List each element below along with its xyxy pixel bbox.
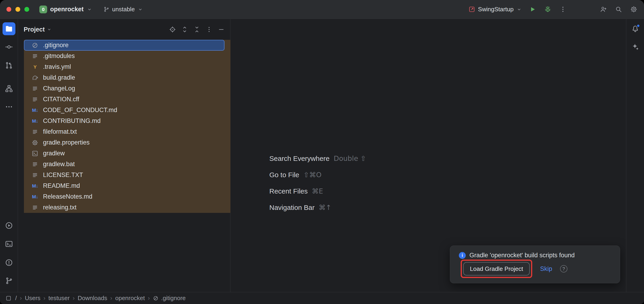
skip-link[interactable]: Skip [540,265,552,272]
file-tree-item[interactable]: M↓ ReleaseNotes.md [24,191,230,202]
file-tree-item[interactable]: M↓ CODE_OF_CONDUCT.md [24,105,230,116]
debug-button[interactable] [543,5,552,14]
notification-header: i Gradle 'openrocket' build scripts foun… [459,252,614,259]
run-circle-icon [5,221,13,230]
breadcrumb-label: / [15,294,17,302]
expand-all-button[interactable] [181,26,188,33]
file-tree-item[interactable]: M↓ CONTRIBUTING.md [24,116,230,126]
git-branch-icon [5,277,13,285]
hide-panel-button[interactable] [218,26,225,33]
shortcut-action-label: Recent Files [269,187,308,195]
code-with-me-button[interactable] [599,5,608,14]
breadcrumb-item[interactable]: Users [25,294,40,302]
run-configuration-selector[interactable]: SwingStartup [468,6,522,13]
file-tree-item[interactable]: gradle.properties [24,137,230,148]
markdown-file-icon: M↓ [32,118,38,125]
file-name: gradle.properties [43,139,90,146]
file-tree-item[interactable]: gradlew.bat [24,159,230,170]
project-window-icon [6,295,12,301]
commit-icon [5,43,13,51]
settings-button[interactable] [629,5,638,14]
markdown-file-icon: M↓ [32,193,38,200]
chevron-down-icon [516,7,522,12]
help-icon[interactable]: ? [560,265,568,272]
chevron-down-icon [87,7,92,12]
breadcrumb-label: testuser [48,294,70,302]
markdown-file-icon: M↓ [32,107,38,114]
gradle-file-icon [32,74,38,81]
tool-window-button-problems[interactable] [2,256,16,269]
tool-window-button-structure[interactable] [2,82,16,95]
more-actions-button[interactable] [558,5,568,14]
tool-window-button-commit[interactable] [2,41,16,53]
file-tree-item[interactable]: M↓ README.md [24,180,230,191]
project-tool-window: Project .gitignore .gitmodules Y .travis… [18,19,230,292]
text-file-icon [32,53,38,60]
titlebar-right-actions: SwingStartup [468,5,644,14]
file-tree-item[interactable]: LICENSE.TXT [24,170,230,180]
file-name: releasing.txt [43,204,76,211]
folder-icon [5,25,13,33]
branch-selector[interactable]: unstable [103,6,143,13]
left-tool-strip [0,19,18,292]
file-tree-item[interactable]: gradlew [24,148,230,159]
breadcrumb-item[interactable]: Downloads [78,294,108,302]
collapse-all-button[interactable] [194,26,200,33]
file-name: .gitmodules [43,53,75,60]
file-tree-item[interactable]: Y .travis.yml [24,62,230,72]
breadcrumb: /›Users›testuser›Downloads›openrocket›.g… [15,294,186,302]
shortcut-action-label: Search Everywhere [269,155,330,162]
chevron-down-icon [138,7,143,12]
breadcrumb-item[interactable]: / [15,294,17,302]
breadcrumb-item[interactable]: openrocket [115,294,145,302]
tool-window-button-pull-requests[interactable] [2,59,16,72]
shortcut-hint-row: Search Everywhere Double ⇧ [269,150,366,167]
shortcut-keys: ⌘↑ [319,203,332,211]
file-tree-item[interactable]: ChangeLog [24,83,230,94]
file-tree-item[interactable]: build.gradle [24,72,230,83]
project-panel-actions [169,26,225,33]
file-tree-item[interactable]: .gitignore [24,40,224,51]
close-window-button[interactable] [6,7,11,12]
markdown-file-icon: M↓ [32,182,38,189]
file-tree-item[interactable]: .gitmodules [24,51,230,62]
breadcrumb-label: openrocket [115,294,145,302]
tool-window-button-version-control[interactable] [2,274,16,287]
notification-message: Gradle 'openrocket' build scripts found [470,252,575,259]
breadcrumb-separator: › [73,294,75,302]
file-name: CODE_OF_CONDUCT.md [43,107,117,114]
tool-window-button-notifications[interactable] [629,22,642,35]
load-gradle-project-button[interactable]: Load Gradle Project [463,262,530,275]
file-tree-item[interactable]: releasing.txt [24,202,230,213]
project-selector[interactable]: 0 openrocket [39,6,92,13]
file-name: ChangeLog [43,85,75,92]
project-panel-title[interactable]: Project [24,26,45,33]
tool-window-button-ai-assistant[interactable] [629,41,642,53]
file-tree-item[interactable]: CITATION.cff [24,94,230,105]
locate-opened-file-button[interactable] [169,26,176,33]
breadcrumb-item[interactable]: .gitignore [153,294,186,302]
breadcrumb-item[interactable]: testuser [48,294,70,302]
search-everywhere-button[interactable] [614,5,623,14]
notification-dot [636,24,640,28]
tool-window-button-run[interactable] [2,219,16,232]
minimize-window-button[interactable] [16,7,20,12]
panel-options-button[interactable] [206,26,212,33]
editor-area: Search Everywhere Double ⇧ Go to File ⇧⌘… [231,19,626,292]
tool-window-button-project[interactable] [2,22,16,35]
ignored-file-icon [32,42,38,49]
notification-actions: Load Gradle Project Skip ? [461,259,568,278]
ignored-file-icon [153,295,159,301]
terminal-icon [5,240,13,248]
tool-window-button-more-tool-windows[interactable] [2,100,16,113]
run-button[interactable] [528,5,537,14]
window-controls [0,7,29,12]
file-tree-item[interactable]: fileformat.txt [24,126,230,137]
file-name: .gitignore [43,42,68,49]
breadcrumb-separator: › [44,294,46,302]
file-name: LICENSE.TXT [43,171,83,179]
zoom-window-button[interactable] [24,7,29,12]
file-name: CITATION.cff [43,96,79,103]
tool-window-button-terminal[interactable] [2,237,16,250]
text-file-icon [32,172,38,179]
